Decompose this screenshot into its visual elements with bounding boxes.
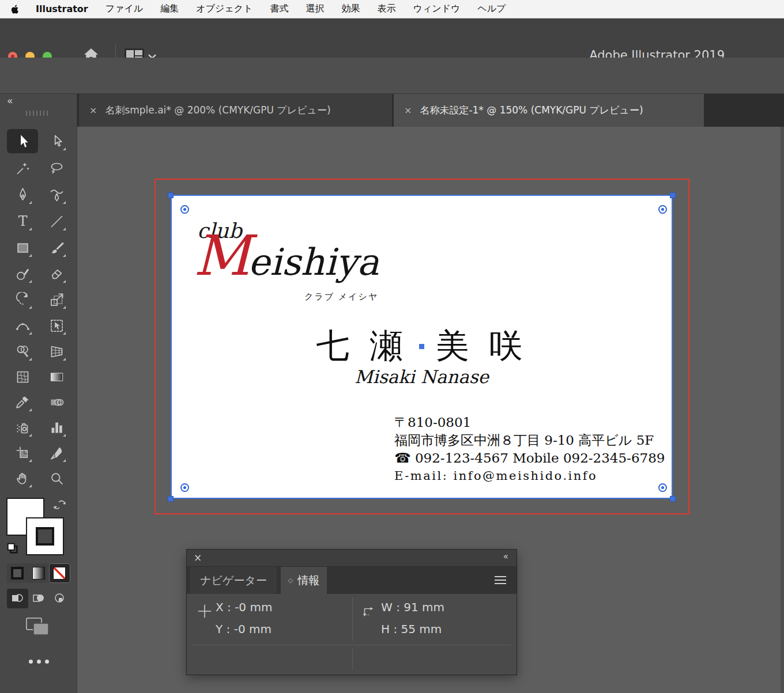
card-person-name-roman: Misaki Nanase (172, 366, 672, 387)
info-panel-divider (193, 645, 511, 645)
info-panel-divider (352, 649, 353, 671)
menu-select[interactable]: 選択 (306, 3, 324, 15)
rectangle-tool-button[interactable] (13, 238, 32, 257)
tab-info-active[interactable]: ◇ 情報 (281, 567, 327, 594)
edit-toolbar-ellipsis-icon[interactable] (29, 660, 49, 664)
selection-center-point[interactable] (419, 344, 424, 349)
card-phone: ☎ 092-123-4567 Mobile 092-2345-6789 (394, 449, 665, 467)
default-fill-stroke-icon[interactable] (6, 542, 19, 555)
tools-panel-grip[interactable] (26, 111, 50, 116)
selection-handle-top-left[interactable] (168, 192, 174, 198)
card-logo-wordmark: Meishiya (194, 228, 379, 283)
macos-menu-bar: Illustrator ファイル 編集 オブジェクト 書式 選択 効果 表示 ウ… (0, 0, 784, 18)
document-tab-1[interactable]: × 名刺smple.ai* @ 200% (CMYK/GPU プレビュー) (79, 94, 392, 127)
zoom-tool-icon (49, 471, 65, 486)
app-menu-illustrator[interactable]: Illustrator (36, 3, 88, 14)
selection-handle-bottom-right[interactable] (670, 496, 676, 502)
width-tool-button[interactable] (13, 316, 32, 335)
close-tab-icon[interactable]: × (89, 105, 97, 116)
document-tab-label[interactable]: 名称未設定-1* @ 150% (CMYK/GPU プレビュー) (420, 104, 643, 117)
close-panel-icon[interactable]: × (194, 552, 202, 563)
draw-behind-button[interactable] (28, 589, 50, 608)
menu-effect[interactable]: 効果 (341, 3, 360, 15)
column-graph-tool-button[interactable] (47, 418, 66, 437)
artboard-tool-button[interactable] (13, 443, 32, 463)
lasso-tool-button[interactable] (47, 158, 66, 178)
stroke-proxy-swatch[interactable] (26, 517, 64, 555)
artboard-tool-icon (15, 445, 31, 461)
perspective-grid-tool-button[interactable] (47, 342, 66, 361)
paint-style-switcher (7, 563, 70, 583)
business-card-artwork[interactable]: club Meishiya クラブ メイシヤ 七 瀬 美 咲 Misaki Na… (171, 195, 673, 499)
tab-info-label: 情報 (297, 573, 319, 588)
apple-logo-icon[interactable] (9, 3, 21, 16)
pen-tool-button[interactable] (13, 185, 32, 205)
collapse-panel-icon[interactable]: « (7, 95, 13, 107)
eyedropper-tool-button[interactable] (13, 392, 32, 412)
info-w-value: 91 mm (404, 600, 444, 614)
close-tab-icon[interactable]: × (404, 105, 412, 116)
gradient-button[interactable] (28, 563, 50, 583)
card-name-left: 七 瀬 (316, 324, 408, 369)
line-segment-tool-icon (49, 214, 65, 229)
free-transform-tool-button[interactable] (47, 316, 66, 335)
collapse-panel-icon[interactable]: « (503, 551, 508, 562)
scale-tool-button[interactable] (47, 290, 66, 309)
change-screen-mode-icon[interactable] (25, 617, 50, 637)
registration-target-icon (180, 205, 189, 214)
zoom-tool-button[interactable] (47, 468, 66, 488)
slice-tool-button[interactable] (47, 443, 66, 463)
tab-navigator-label: ナビゲーター (200, 573, 267, 588)
shaper-tool-button[interactable] (13, 264, 32, 283)
blend-tool-button[interactable] (47, 392, 66, 412)
mesh-tool-icon (15, 369, 31, 385)
document-tab-label[interactable]: 名刺smple.ai* @ 200% (CMYK/GPU プレビュー) (105, 104, 330, 117)
magic-wand-tool-button[interactable] (13, 158, 32, 178)
line-segment-tool-button[interactable] (47, 211, 66, 231)
selection-tool-button[interactable] (13, 131, 32, 151)
selection-handle-top-right[interactable] (670, 192, 676, 198)
menu-object[interactable]: オブジェクト (196, 3, 252, 15)
card-person-name: 七 瀬 美 咲 (172, 324, 672, 369)
perspective-grid-tool-icon (49, 344, 65, 359)
tab-cycle-icon[interactable]: ◇ (288, 577, 293, 584)
draw-inside-icon (52, 593, 66, 604)
menu-view[interactable]: 表示 (377, 3, 395, 15)
registration-target-icon (180, 483, 189, 492)
direct-selection-tool-button[interactable] (47, 131, 66, 151)
type-tool-button[interactable]: T (13, 211, 32, 231)
blend-tool-icon (49, 395, 65, 410)
tab-navigator[interactable]: ナビゲーター (190, 567, 277, 594)
color-button[interactable] (7, 563, 28, 583)
info-y-readout: Y : -0 mm (216, 622, 272, 636)
gradient-tool-button[interactable] (47, 367, 66, 387)
draw-normal-button[interactable] (7, 589, 28, 608)
paintbrush-tool-button[interactable] (47, 238, 66, 257)
panel-menu-icon[interactable] (493, 575, 507, 585)
menu-window[interactable]: ウィンドウ (413, 3, 460, 15)
curvature-tool-button[interactable] (47, 185, 66, 205)
draw-inside-button[interactable] (49, 589, 70, 608)
rotate-tool-button[interactable] (13, 290, 32, 309)
swap-fill-stroke-icon[interactable] (53, 498, 67, 512)
hand-tool-button[interactable] (13, 468, 32, 488)
window-title-bar: Adobe Illustrator 2019 (0, 18, 784, 58)
menu-edit[interactable]: 編集 (160, 3, 179, 15)
eraser-tool-button[interactable] (47, 264, 66, 283)
card-logo-rest: eishiya (248, 244, 379, 281)
info-y-value: -0 mm (234, 622, 272, 636)
document-tab-2-active[interactable]: × 名称未設定-1* @ 150% (CMYK/GPU プレビュー) (394, 94, 704, 127)
symbol-sprayer-tool-button[interactable] (13, 418, 32, 437)
symbol-sprayer-tool-icon (15, 420, 31, 436)
pen-tool-icon (15, 187, 31, 203)
canvas-right-edge (781, 127, 784, 693)
mesh-tool-button[interactable] (13, 367, 32, 387)
menu-help[interactable]: ヘルプ (477, 3, 506, 15)
none-button[interactable] (49, 563, 70, 583)
card-contact-block: 〒810-0801 福岡市博多区中洲８丁目 9-10 高平ビル 5F ☎ 092… (394, 414, 665, 485)
shape-builder-tool-button[interactable] (13, 342, 32, 361)
info-panel-header[interactable]: × « (187, 550, 517, 567)
menu-type[interactable]: 書式 (270, 3, 288, 15)
selection-handle-bottom-left[interactable] (168, 496, 174, 502)
menu-file[interactable]: ファイル (105, 3, 144, 15)
